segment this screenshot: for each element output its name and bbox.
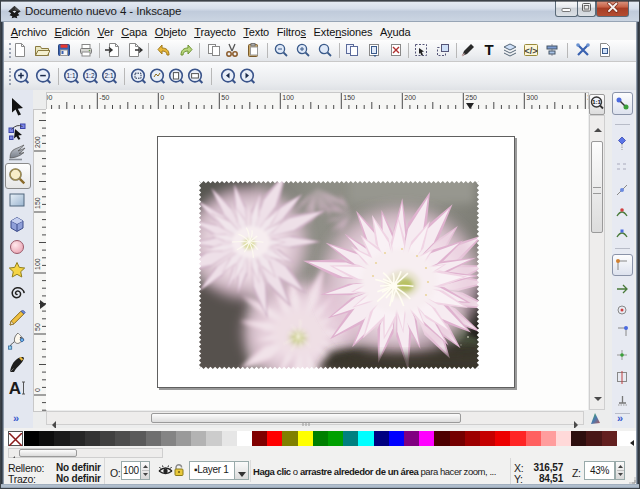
svg-text:50: 50 [221,94,229,101]
svg-text:100: 100 [34,258,41,270]
svg-text:100: 100 [282,94,294,101]
svg-text:50: 50 [34,323,41,331]
svg-text:0: 0 [34,388,41,392]
svg-text:150: 150 [34,197,41,209]
svg-text:A: A [9,379,21,398]
svg-text:1:1: 1:1 [66,72,75,79]
svg-text:1:2: 1:2 [85,72,94,79]
svg-text:-50: -50 [99,94,109,101]
svg-text:-100: -100 [47,94,52,101]
svg-text:200: 200 [404,94,416,101]
svg-text:250: 250 [465,94,477,101]
svg-text:0: 0 [160,94,164,101]
svg-text:1:1: 1:1 [592,99,601,105]
svg-text:T: T [484,42,493,58]
svg-text:</>: </> [524,46,537,56]
svg-text:150: 150 [343,94,355,101]
svg-text:2:1: 2:1 [104,72,113,79]
svg-text:300: 300 [526,94,538,101]
svg-text:200: 200 [34,136,41,148]
svg-text:350: 350 [587,94,588,101]
